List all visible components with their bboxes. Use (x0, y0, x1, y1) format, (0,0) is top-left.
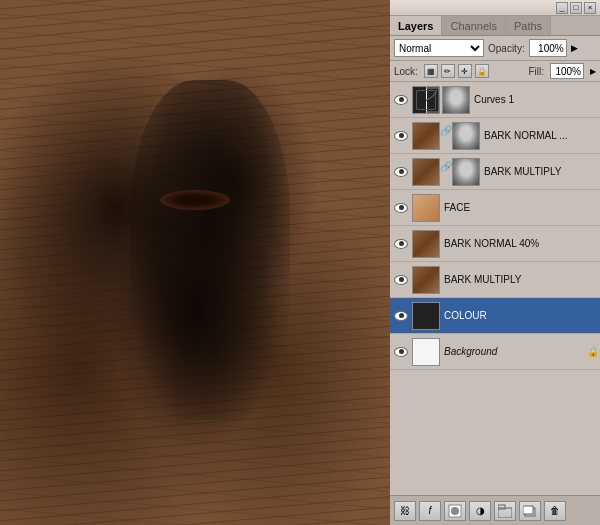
add-mask-button[interactable] (444, 501, 466, 521)
layer-row[interactable]: BARK NORMAL 40% (390, 226, 600, 262)
fill-arrow[interactable]: ▶ (590, 67, 596, 76)
layer-name: BARK MULTIPLY (484, 166, 598, 177)
layer-visibility-toggle[interactable] (392, 307, 410, 325)
layer-visibility-toggle[interactable] (392, 163, 410, 181)
opacity-arrow[interactable]: ▶ (571, 43, 578, 53)
new-layer-button[interactable] (519, 501, 541, 521)
lock-all-button[interactable]: 🔒 (475, 64, 489, 78)
canvas-area (0, 0, 390, 525)
eye-area (155, 185, 245, 215)
layer-name: COLOUR (444, 310, 598, 321)
layer-lock-icon: 🔒 (588, 346, 598, 358)
layer-name: BARK NORMAL ... (484, 130, 598, 141)
layer-thumbnail (412, 266, 440, 294)
layer-mask-thumbnail (452, 158, 480, 186)
layer-row[interactable]: COLOUR (390, 298, 600, 334)
lock-position-button[interactable]: ✛ (458, 64, 472, 78)
main-container: _ □ × Layers Channels Paths Normal Opaci… (0, 0, 600, 525)
maximize-button[interactable]: □ (570, 2, 582, 14)
eye-icon (394, 95, 408, 105)
layer-row[interactable]: Background 🔒 (390, 334, 600, 370)
tab-layers[interactable]: Layers (390, 16, 442, 35)
layer-thumbnails (412, 338, 440, 366)
tab-paths[interactable]: Paths (506, 16, 551, 35)
layer-row[interactable]: BARK MULTIPLY (390, 262, 600, 298)
lock-transparent-button[interactable]: ▦ (424, 64, 438, 78)
lock-fill-row: Lock: ▦ ✏ ✛ 🔒 Fill: ▶ (390, 61, 600, 82)
layer-thumbnail (412, 230, 440, 258)
eye-icon (394, 239, 408, 249)
tab-channels[interactable]: Channels (442, 16, 505, 35)
new-group-button[interactable] (494, 501, 516, 521)
layer-thumbnails (412, 302, 440, 330)
layer-mask-thumbnail (442, 86, 470, 114)
face-shadow (130, 80, 290, 420)
eye-icon (394, 131, 408, 141)
layer-thumbnails: 🔗 (412, 122, 480, 150)
blend-opacity-row: Normal Opacity: ▶ (390, 36, 600, 61)
svg-rect-0 (413, 86, 427, 114)
eye-icon (394, 167, 408, 177)
layer-thumbnail (412, 158, 440, 186)
layer-row[interactable]: Curves 1 (390, 82, 600, 118)
group-icon (498, 504, 512, 518)
layer-thumbnails (412, 86, 470, 114)
lock-label: Lock: (394, 66, 418, 77)
close-button[interactable]: × (584, 2, 596, 14)
layer-name: BARK NORMAL 40% (444, 238, 598, 249)
layer-visibility-toggle[interactable] (392, 127, 410, 145)
layer-name: FACE (444, 202, 598, 213)
layer-name: Background (444, 346, 588, 357)
fill-input[interactable] (550, 63, 584, 79)
delete-layer-button[interactable]: 🗑 (544, 501, 566, 521)
layer-thumbnails: 🔗 (412, 158, 480, 186)
window-titlebar: _ □ × (390, 0, 600, 16)
curves-thumb-icon (413, 86, 439, 114)
opacity-label: Opacity: (488, 43, 525, 54)
eye-icon (394, 203, 408, 213)
svg-point-4 (451, 507, 459, 515)
opacity-input[interactable] (529, 39, 567, 57)
layer-thumbnails (412, 266, 440, 294)
eye-icon (394, 311, 408, 321)
layers-list[interactable]: Curves 1 🔗 BARK NORMAL ... (390, 82, 600, 495)
chain-icon: 🔗 (442, 158, 450, 176)
blend-mode-select[interactable]: Normal (394, 39, 484, 57)
layer-thumbnail (412, 302, 440, 330)
layer-name: BARK MULTIPLY (444, 274, 598, 285)
link-layers-button[interactable]: ⛓ (394, 501, 416, 521)
layer-visibility-toggle[interactable] (392, 343, 410, 361)
layer-thumbnails (412, 194, 440, 222)
layer-thumbnail (412, 86, 440, 114)
minimize-button[interactable]: _ (556, 2, 568, 14)
layer-visibility-toggle[interactable] (392, 235, 410, 253)
layer-row[interactable]: 🔗 BARK MULTIPLY (390, 154, 600, 190)
fill-label: Fill: (528, 66, 544, 77)
bottom-toolbar: ⛓ f ◑ 🗑 (390, 495, 600, 525)
lock-icons-group: ▦ ✏ ✛ 🔒 (424, 64, 489, 78)
layer-name: Curves 1 (474, 94, 598, 105)
chain-icon: 🔗 (442, 122, 450, 140)
layer-thumbnail (412, 122, 440, 150)
svg-rect-2 (415, 88, 439, 112)
eye-icon (394, 347, 408, 357)
layer-thumbnail (412, 194, 440, 222)
eye-icon (394, 275, 408, 285)
tab-bar: Layers Channels Paths (390, 16, 600, 36)
layer-mask-thumbnail (452, 122, 480, 150)
layer-thumbnails (412, 230, 440, 258)
add-style-button[interactable]: f (419, 501, 441, 521)
layer-visibility-toggle[interactable] (392, 91, 410, 109)
svg-rect-8 (523, 506, 533, 514)
layer-row[interactable]: FACE (390, 190, 600, 226)
new-adjustment-button[interactable]: ◑ (469, 501, 491, 521)
layer-visibility-toggle[interactable] (392, 271, 410, 289)
layer-row[interactable]: 🔗 BARK NORMAL ... (390, 118, 600, 154)
layer-thumbnail (412, 338, 440, 366)
mask-icon (448, 504, 462, 518)
layer-visibility-toggle[interactable] (392, 199, 410, 217)
layers-panel: _ □ × Layers Channels Paths Normal Opaci… (390, 0, 600, 525)
lock-paint-button[interactable]: ✏ (441, 64, 455, 78)
new-layer-icon (523, 504, 537, 518)
